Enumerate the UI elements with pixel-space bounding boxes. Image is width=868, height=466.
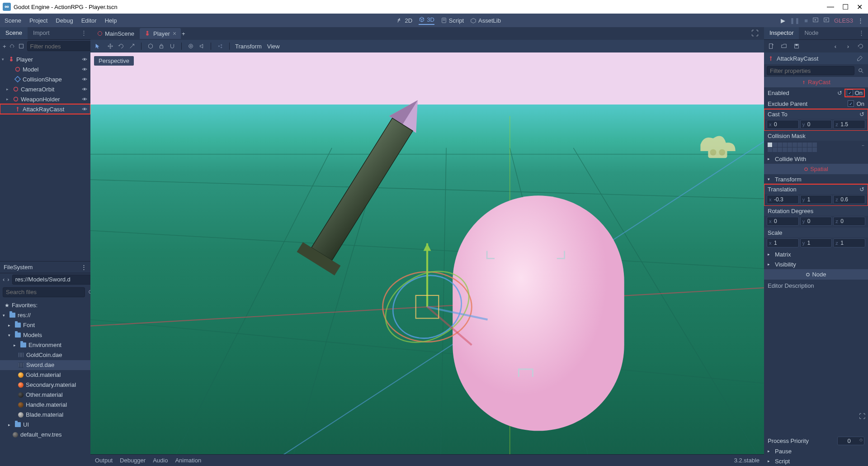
tree-node-attackraycast[interactable]: AttackRayCasst bbox=[0, 104, 90, 114]
fs-item[interactable]: GoldCoin.dae bbox=[0, 350, 90, 360]
select-mode-icon[interactable] bbox=[94, 43, 101, 50]
history-back-icon[interactable]: ‹ bbox=[831, 42, 840, 51]
rotate-mode-icon[interactable] bbox=[118, 43, 125, 50]
resource-new-icon[interactable] bbox=[767, 42, 776, 51]
history-icon[interactable] bbox=[856, 42, 865, 51]
listener-icon[interactable] bbox=[198, 43, 205, 50]
enabled-checkbox[interactable]: ✓ bbox=[847, 90, 853, 96]
tree-node-model[interactable]: Model bbox=[0, 64, 90, 74]
play-icon[interactable]: ▶ bbox=[781, 17, 785, 24]
fs-item[interactable]: Other.material bbox=[0, 390, 90, 400]
translation-z-input[interactable]: z0.6 bbox=[833, 195, 865, 204]
collision-mask-grid[interactable] bbox=[768, 143, 817, 152]
open-icon[interactable] bbox=[779, 42, 788, 51]
instance-scene-icon[interactable] bbox=[9, 42, 15, 51]
close-tab-icon[interactable]: × bbox=[173, 30, 176, 37]
menu-kebab-icon[interactable]: ⋮ bbox=[858, 17, 863, 24]
cast-to-z-input[interactable]: z1.5 bbox=[833, 120, 865, 129]
scale-z-input[interactable]: z1 bbox=[833, 238, 865, 247]
rotation-z-input[interactable]: z0 bbox=[833, 217, 865, 226]
tab-import[interactable]: Import bbox=[28, 27, 55, 39]
view-menu[interactable]: View bbox=[267, 43, 280, 50]
filesystem-search-input[interactable] bbox=[3, 287, 85, 297]
node-tools-icon[interactable] bbox=[855, 54, 864, 63]
menu-editor[interactable]: Editor bbox=[81, 17, 97, 24]
filesystem-root[interactable]: ▾res:// bbox=[0, 310, 90, 320]
camera-override-icon[interactable] bbox=[187, 43, 194, 50]
fs-item[interactable]: Handle.material bbox=[0, 400, 90, 410]
fs-item[interactable]: ▾Models bbox=[0, 330, 90, 340]
reset-icon[interactable]: ↺ bbox=[859, 111, 864, 118]
section-spatial[interactable]: Spatial bbox=[764, 164, 868, 174]
reset-icon[interactable]: ↺ bbox=[837, 90, 842, 96]
fs-item[interactable]: Secondary.material bbox=[0, 380, 90, 390]
process-priority-input[interactable]: 0 bbox=[837, 437, 864, 445]
tab-node[interactable]: Node bbox=[799, 27, 824, 39]
scale-mode-icon[interactable] bbox=[128, 43, 136, 50]
fs-item[interactable]: Blade.material bbox=[0, 410, 90, 420]
bottom-animation[interactable]: Animation bbox=[175, 457, 201, 464]
workspace-2d[interactable]: 2D bbox=[397, 17, 413, 24]
stop-icon[interactable]: ■ bbox=[804, 17, 808, 24]
workspace-script[interactable]: Script bbox=[441, 17, 464, 24]
rotation-x-input[interactable]: x0 bbox=[767, 217, 799, 226]
tree-node-collision[interactable]: CollisionShape bbox=[0, 74, 90, 84]
property-collide-with[interactable]: ▸Collide With bbox=[764, 154, 868, 164]
window-minimize-icon[interactable]: — bbox=[827, 3, 834, 11]
scale-x-input[interactable]: x1 bbox=[767, 238, 799, 247]
tree-node-weapon[interactable]: ▸ WeaponHolder bbox=[0, 94, 90, 104]
attach-script-icon[interactable] bbox=[18, 42, 24, 51]
panel-options-icon[interactable]: ⋮ bbox=[81, 264, 87, 271]
editor-description-area[interactable]: Editor Description ⛶ bbox=[764, 280, 868, 435]
window-maximize-icon[interactable]: ☐ bbox=[842, 3, 849, 11]
add-scene-tab-icon[interactable]: + bbox=[182, 30, 185, 37]
rotation-y-input[interactable]: y0 bbox=[800, 217, 832, 226]
renderer-selector[interactable]: GLES3 bbox=[834, 17, 853, 24]
bottom-debugger[interactable]: Debugger bbox=[120, 457, 146, 464]
play-scene-icon[interactable] bbox=[812, 17, 819, 24]
fs-item[interactable]: default_env.tres bbox=[0, 430, 90, 440]
exclude-parent-checkbox[interactable]: ✓ bbox=[848, 100, 854, 107]
visibility-toggle-icon[interactable] bbox=[80, 106, 89, 112]
expand-icon[interactable]: ⛶ bbox=[859, 413, 865, 420]
scale-y-input[interactable]: y1 bbox=[800, 238, 832, 247]
transform-menu[interactable]: Transform bbox=[235, 43, 262, 50]
workspace-3d[interactable]: 3D bbox=[419, 16, 434, 25]
fs-item[interactable]: ▸Font bbox=[0, 320, 90, 330]
local-coords-icon[interactable] bbox=[147, 43, 154, 50]
menu-debug[interactable]: Debug bbox=[56, 17, 73, 24]
visibility-toggle-icon[interactable] bbox=[80, 56, 89, 62]
tab-scene[interactable]: Scene bbox=[0, 27, 28, 39]
fs-item[interactable]: ▸UI bbox=[0, 420, 90, 430]
snap-icon[interactable] bbox=[169, 43, 176, 50]
panel-options-icon[interactable]: ⋮ bbox=[77, 27, 90, 39]
reset-icon[interactable]: ↺ bbox=[859, 186, 864, 193]
translation-x-input[interactable]: x-0.3 bbox=[767, 195, 799, 204]
visibility-toggle-icon[interactable] bbox=[80, 96, 89, 102]
3d-viewport[interactable]: Perspective bbox=[90, 52, 764, 454]
history-forward-icon[interactable]: › bbox=[844, 42, 853, 51]
group-icon[interactable] bbox=[217, 43, 224, 50]
translation-y-input[interactable]: y1 bbox=[800, 195, 832, 204]
lock-icon[interactable] bbox=[158, 43, 165, 50]
menu-project[interactable]: Project bbox=[29, 17, 47, 24]
tab-inspector[interactable]: Inspector bbox=[764, 27, 799, 39]
filesystem-path-input[interactable] bbox=[12, 275, 94, 285]
nav-back-icon[interactable]: ‹ bbox=[3, 275, 5, 284]
scene-tab-main[interactable]: MainScene bbox=[93, 29, 139, 39]
tree-node-camera[interactable]: ▸ CameraOrbit bbox=[0, 84, 90, 94]
workspace-assetlib[interactable]: AssetLib bbox=[470, 17, 501, 24]
filesystem-favorites[interactable]: ★Favorites: bbox=[0, 300, 90, 310]
section-node[interactable]: Node bbox=[764, 269, 868, 280]
add-node-icon[interactable]: + bbox=[3, 42, 6, 51]
play-custom-scene-icon[interactable] bbox=[823, 17, 830, 24]
scene-tab-player[interactable]: Player× bbox=[140, 28, 181, 39]
move-mode-icon[interactable] bbox=[107, 43, 114, 50]
panel-options-icon[interactable]: ⋮ bbox=[855, 27, 868, 39]
property-matrix[interactable]: ▸Matrix bbox=[764, 249, 868, 259]
property-visibility[interactable]: ▸Visibility bbox=[764, 259, 868, 269]
bottom-audio[interactable]: Audio bbox=[153, 457, 168, 464]
section-raycast[interactable]: RayCast bbox=[764, 77, 868, 87]
cast-to-y-input[interactable]: y0 bbox=[800, 120, 832, 129]
property-script[interactable]: ▸Script bbox=[764, 456, 868, 466]
